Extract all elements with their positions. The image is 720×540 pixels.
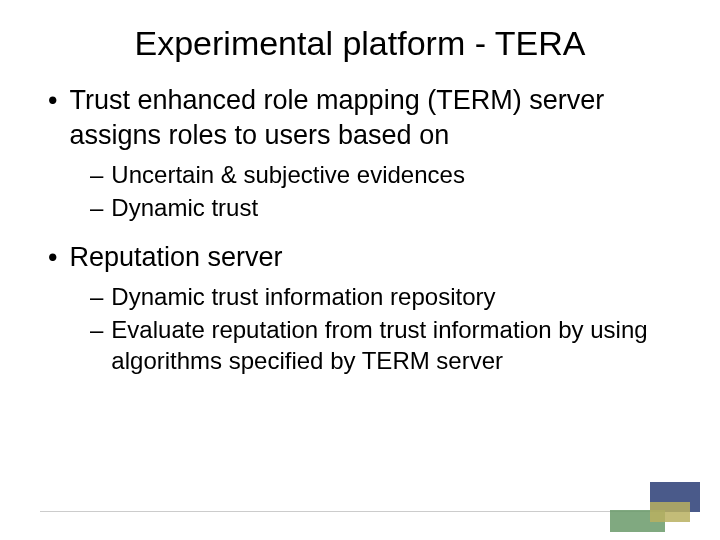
footer-divider xyxy=(40,511,680,512)
dash-marker: – xyxy=(90,192,103,223)
slide-content: • Trust enhanced role mapping (TERM) ser… xyxy=(0,83,720,376)
sub-bullet-item: – Evaluate reputation from trust informa… xyxy=(90,314,680,376)
bullet-item: • Reputation server xyxy=(40,240,680,275)
dash-marker: – xyxy=(90,281,103,312)
bullet-marker: • xyxy=(48,240,57,275)
sub-bullet-text: Evaluate reputation from trust informati… xyxy=(111,314,680,376)
bullet-item: • Trust enhanced role mapping (TERM) ser… xyxy=(40,83,680,153)
dash-marker: – xyxy=(90,314,103,345)
bullet-text: Reputation server xyxy=(69,240,680,275)
sub-bullet-text: Dynamic trust information repository xyxy=(111,281,680,312)
sub-bullet-item: – Uncertain & subjective evidences xyxy=(90,159,680,190)
slide-title: Experimental platform - TERA xyxy=(0,0,720,83)
sub-bullet-item: – Dynamic trust information repository xyxy=(90,281,680,312)
footer-logo-graphic xyxy=(610,482,700,532)
dash-marker: – xyxy=(90,159,103,190)
sub-bullet-text: Uncertain & subjective evidences xyxy=(111,159,680,190)
sub-bullet-item: – Dynamic trust xyxy=(90,192,680,223)
sub-bullet-text: Dynamic trust xyxy=(111,192,680,223)
bullet-text: Trust enhanced role mapping (TERM) serve… xyxy=(69,83,680,153)
bullet-marker: • xyxy=(48,83,57,118)
